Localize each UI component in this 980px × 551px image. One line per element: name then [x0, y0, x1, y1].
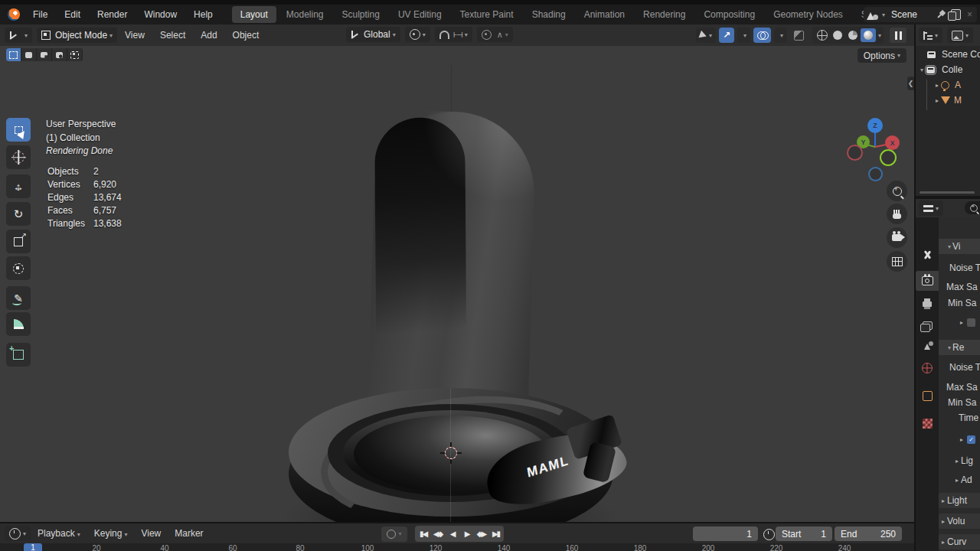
current-frame-field[interactable]: 1 [693, 527, 758, 541]
zoom-button[interactable] [887, 181, 907, 201]
panel-light-paths[interactable]: ▸Light [939, 493, 980, 508]
3d-viewport[interactable]: MAML Options ▾ ❮ ↔↕ ↻ ✎ [0, 46, 914, 522]
tab-sculpting[interactable]: Sculpting [334, 6, 388, 23]
pause-render-button[interactable] [890, 28, 906, 43]
prop-min-samples[interactable]: Min Sa [948, 298, 980, 308]
properties-editor-button[interactable]: ▾ [919, 201, 943, 216]
frame-end-field[interactable]: End250 [835, 527, 902, 541]
blender-logo-icon[interactable] [8, 8, 20, 21]
shading-material-button[interactable] [845, 28, 861, 42]
tab-world[interactable] [916, 358, 939, 378]
play-reverse-button[interactable]: ◀ [445, 527, 459, 541]
shading-rendered-button[interactable] [861, 28, 876, 42]
tab-view-layer[interactable] [916, 315, 939, 335]
subpanel-advanced[interactable]: ▸Ad [952, 474, 980, 485]
gizmo-z-axis[interactable]: Z [867, 118, 883, 133]
options-button[interactable]: Options ▾ [858, 48, 906, 63]
tab-geometry-nodes[interactable]: Geometry Nodes [765, 6, 851, 23]
show-overlays-toggle[interactable] [753, 28, 771, 43]
tab-object[interactable] [916, 386, 939, 406]
tab-compositing[interactable]: Compositing [695, 6, 763, 23]
tab-scene[interactable] [916, 337, 939, 357]
gizmos-dropdown[interactable]: ▾ [737, 28, 750, 43]
tab-rendering[interactable]: Rendering [635, 6, 694, 23]
playhead-current-frame[interactable]: 1 [24, 543, 42, 551]
prop-max-samples[interactable]: Max Sa [946, 282, 980, 292]
scene-object-loop[interactable] [368, 109, 536, 423]
new-scene-icon[interactable] [951, 9, 961, 20]
timeline-editor-button[interactable]: ▾ [5, 526, 31, 541]
tab-render[interactable] [916, 271, 939, 291]
menu-marker[interactable]: Marker [168, 528, 210, 539]
menu-object[interactable]: Object [225, 30, 267, 41]
prop-min-samples-render[interactable]: Min Sa [948, 397, 980, 408]
jump-to-end-button[interactable]: ▶▮ [488, 527, 503, 541]
mode-select[interactable]: Object Mode ▾ [37, 28, 117, 43]
orientation-select[interactable]: Global ▾ [346, 27, 400, 42]
scene-selector[interactable]: ▾ Scene × [864, 7, 977, 22]
outliner-filter-button[interactable]: ▾ [947, 28, 973, 43]
overlays-dropdown[interactable]: ▾ [774, 28, 787, 43]
outliner-scrollbar[interactable] [920, 191, 975, 194]
pan-button[interactable] [887, 204, 907, 224]
play-button[interactable]: ▶ [459, 527, 474, 541]
tab-layout[interactable]: Layout [232, 6, 276, 23]
tab-modeling[interactable]: Modeling [278, 6, 332, 23]
prop-noise-threshold-render[interactable]: Noise T [949, 362, 980, 373]
menu-render[interactable]: Render [89, 9, 136, 20]
checkbox-checked[interactable]: ✓ [967, 435, 975, 444]
gizmo-x-neg[interactable] [847, 145, 863, 161]
tool-move[interactable]: ↔↕ [6, 174, 31, 198]
shading-solid-button[interactable] [830, 28, 845, 42]
menu-keying[interactable]: Keying▾ [87, 528, 135, 539]
frame-start-field[interactable]: Start1 [776, 527, 832, 541]
menu-playback[interactable]: Playback▾ [31, 528, 87, 539]
tab-uv-editing[interactable]: UV Editing [390, 6, 450, 23]
prev-keyframe-button[interactable]: ◀◆ [430, 527, 445, 541]
tool-measure[interactable] [6, 312, 31, 336]
editor-type-button[interactable]: ▾ [5, 28, 32, 43]
jump-to-start-button[interactable]: ▮◀ [416, 527, 430, 541]
menu-select[interactable]: Select [152, 30, 193, 41]
outliner-row-mesh[interactable]: ▸ M [933, 95, 962, 106]
show-gizmos-toggle[interactable]: ↗ [719, 28, 734, 43]
prop-denoise-toggle[interactable]: ▸ [957, 318, 980, 327]
menu-window[interactable]: Window [136, 9, 185, 20]
tool-select-box[interactable] [6, 118, 31, 142]
gizmo-y-neg[interactable] [880, 149, 897, 166]
menu-view[interactable]: View [117, 30, 152, 41]
xray-toggle[interactable] [790, 28, 808, 43]
tab-shading[interactable]: Shading [524, 6, 574, 23]
prop-time-limit[interactable]: Time [959, 412, 980, 423]
next-keyframe-button[interactable]: ◆▶ [474, 527, 488, 541]
menu-view-timeline[interactable]: View [134, 528, 168, 539]
pivot-point-select[interactable]: ▾ [405, 27, 430, 42]
properties-search-input[interactable] [965, 201, 980, 214]
tool-rotate[interactable]: ↻ [6, 202, 31, 226]
select-mode-intersect-button[interactable] [67, 48, 83, 61]
snap-controls[interactable]: ⊦⊣ ▾ [435, 27, 472, 42]
gizmo-x-axis[interactable]: X [885, 135, 900, 150]
gizmo-z-neg[interactable] [868, 167, 883, 181]
outliner-row-collection[interactable]: ▾ Colle [920, 64, 962, 75]
tab-texture[interactable] [916, 413, 939, 433]
prop-max-samples-render[interactable]: Max Sa [946, 382, 980, 393]
camera-view-button[interactable] [887, 227, 907, 248]
auto-keying-button[interactable]: ▾ [381, 527, 407, 542]
panel-volumes[interactable]: ▸Volu [939, 514, 980, 529]
select-mode-invert-button[interactable] [52, 48, 67, 61]
ortho-toggle-button[interactable] [887, 251, 907, 272]
tab-output[interactable] [916, 294, 939, 314]
tool-transform[interactable] [6, 256, 31, 280]
panel-header-viewport[interactable]: ▾Vi [939, 239, 980, 254]
menu-add[interactable]: Add [193, 30, 224, 41]
pin-icon[interactable] [937, 11, 945, 18]
shading-wireframe-button[interactable] [815, 28, 830, 42]
tab-tool[interactable] [916, 245, 939, 265]
subpanel-lights[interactable]: ▸Lig [952, 455, 980, 466]
gizmo-visibility-button[interactable]: ▾ [696, 28, 716, 43]
prop-noise-threshold[interactable]: Noise T [949, 262, 980, 273]
menu-edit[interactable]: Edit [56, 9, 89, 20]
checkbox-unchecked[interactable] [967, 318, 975, 327]
select-mode-set-button[interactable] [6, 48, 21, 61]
